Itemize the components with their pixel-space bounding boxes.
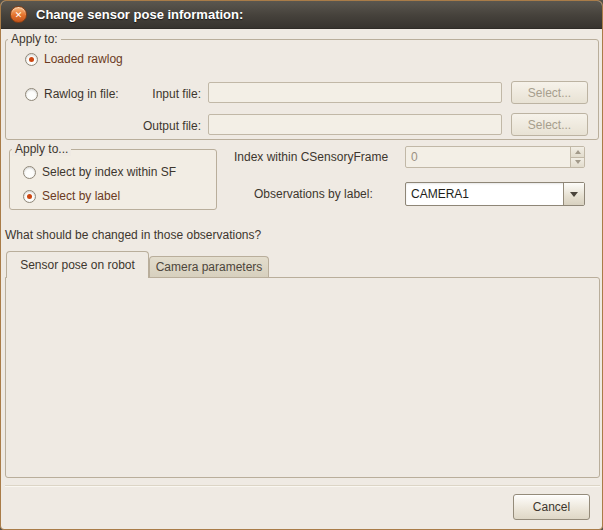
title-bar[interactable]: ✕ Change sensor pose information:: [1, 1, 602, 29]
close-button[interactable]: ✕: [10, 6, 27, 23]
select-input-file-button[interactable]: Select...: [511, 81, 588, 104]
radio-select-by-index-label[interactable]: Select by index within SF: [42, 165, 176, 179]
select-input-file-label: Select...: [528, 86, 571, 100]
select-output-file-button[interactable]: Select...: [511, 113, 588, 136]
selection-legend: Apply to...: [12, 142, 71, 156]
output-file-field[interactable]: [208, 114, 502, 135]
select-output-file-label: Select...: [528, 118, 571, 132]
observations-combo-value: CAMERA1: [406, 183, 563, 205]
radio-rawlog-in-file-label[interactable]: Rawlog in file:: [44, 87, 119, 101]
cancel-button[interactable]: Cancel: [513, 494, 590, 520]
spin-up-icon[interactable]: [571, 147, 584, 158]
cancel-button-label: Cancel: [533, 500, 570, 514]
index-within-frame-label: Index within CSensoryFrame: [234, 150, 388, 164]
input-file-field[interactable]: [208, 82, 502, 103]
tab-sensor-pose[interactable]: Sensor pose on robot: [6, 251, 149, 278]
radio-loaded-rawlog-label[interactable]: Loaded rawlog: [44, 52, 123, 66]
tab-sensor-pose-label: Sensor pose on robot: [20, 258, 135, 272]
radio-select-by-label[interactable]: [23, 190, 36, 203]
apply-to-legend: Apply to:: [8, 32, 61, 46]
index-spinner[interactable]: 0: [405, 146, 585, 168]
tab-camera-parameters-label: Camera parameters: [156, 260, 263, 274]
tab-panel: [5, 277, 600, 478]
footer-divider: [5, 485, 600, 487]
window-title: Change sensor pose information:: [36, 1, 243, 29]
radio-select-by-label-label[interactable]: Select by label: [42, 189, 120, 203]
spin-down-icon[interactable]: [571, 158, 584, 168]
observations-by-label-label: Observations by label:: [254, 187, 373, 201]
dialog-window: ✕ Change sensor pose information: Apply …: [0, 0, 603, 530]
output-file-label: Output file:: [129, 119, 201, 133]
radio-loaded-rawlog[interactable]: [25, 53, 38, 66]
close-icon: ✕: [15, 10, 23, 20]
question-label: What should be changed in those observat…: [5, 228, 261, 242]
dropdown-arrow-icon[interactable]: [563, 183, 584, 205]
radio-rawlog-in-file[interactable]: [25, 88, 38, 101]
observations-combo[interactable]: CAMERA1: [405, 182, 585, 206]
spinner-buttons: [570, 147, 584, 167]
index-spinner-value: 0: [406, 147, 570, 167]
radio-select-by-index[interactable]: [23, 166, 36, 179]
tab-camera-parameters[interactable]: Camera parameters: [149, 256, 269, 277]
input-file-label: Input file:: [133, 87, 201, 101]
